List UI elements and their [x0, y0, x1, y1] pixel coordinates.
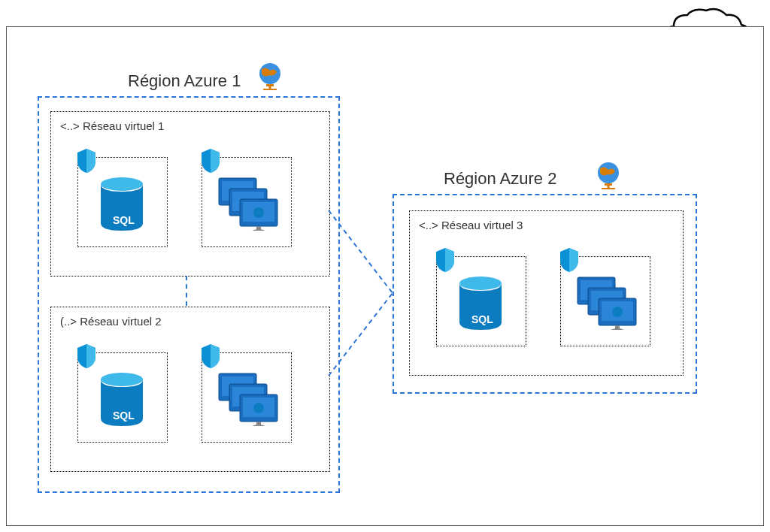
vnet2-box: (..> Réseau virtuel 2 SQL — [50, 307, 330, 472]
svg-point-9 — [101, 373, 143, 386]
svg-point-16 — [253, 403, 264, 413]
vnet1-box: <..> Réseau virtuel 1 SQL — [50, 111, 330, 277]
sql-database-icon: SQL — [99, 177, 144, 233]
svg-point-25 — [612, 307, 623, 317]
sql-database-icon: SQL — [99, 372, 144, 428]
shield-icon — [433, 246, 457, 274]
connection-line — [186, 276, 187, 306]
vm-stack-icon — [576, 276, 640, 332]
shield-icon — [557, 246, 581, 274]
sql-resource: SQL — [77, 157, 168, 247]
vm-stack-icon — [217, 372, 281, 428]
sql-resource: SQL — [77, 352, 168, 443]
region2-box: <..> Réseau virtuel 3 SQL — [393, 194, 697, 394]
vnet1-label: <..> Réseau virtuel 1 — [60, 119, 164, 132]
sql-label: SQL — [113, 214, 135, 226]
sql-label: SQL — [113, 410, 135, 422]
vm-stack-icon — [217, 177, 281, 233]
region1-title: Région Azure 1 — [128, 71, 241, 91]
globe-icon — [256, 62, 284, 93]
region2-title: Région Azure 2 — [444, 169, 556, 189]
vnet3-label: <..> Réseau virtuel 3 — [419, 219, 523, 231]
sql-database-icon: SQL — [458, 276, 503, 332]
svg-point-1 — [101, 177, 143, 191]
vnet2-label: (..> Réseau virtuel 2 — [60, 315, 162, 328]
vm-resource — [560, 256, 650, 346]
shield-icon — [199, 147, 223, 174]
sql-label: SQL — [471, 313, 493, 325]
shield-icon — [74, 343, 99, 370]
sql-resource: SQL — [436, 256, 526, 346]
vm-resource — [202, 157, 292, 247]
vnet3-box: <..> Réseau virtuel 3 SQL — [409, 210, 684, 376]
shield-icon — [199, 343, 223, 370]
svg-point-18 — [459, 277, 502, 290]
region1-box: <..> Réseau virtuel 1 SQL (..> Réseau vi… — [38, 96, 340, 493]
vm-resource — [202, 352, 292, 443]
svg-point-8 — [253, 207, 264, 218]
globe-icon — [594, 161, 623, 192]
shield-icon — [74, 147, 99, 174]
